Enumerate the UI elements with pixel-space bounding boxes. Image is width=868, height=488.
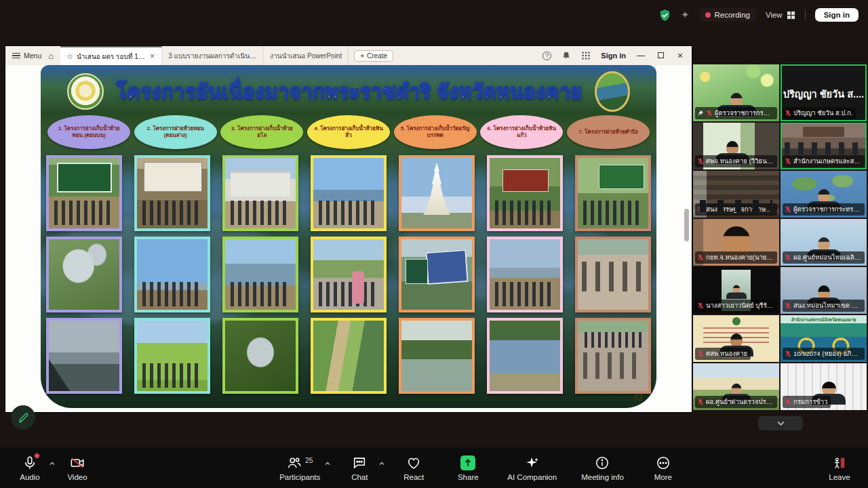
participant-tile-8[interactable]: ผอ.ศูนย์หม่อนไหมเฉลิมพ... — [781, 219, 867, 266]
share-screen-icon — [460, 455, 475, 470]
participant-name-tag: สนง.เศรษฐกิจการเกษตรที่... — [695, 203, 777, 216]
share-label: Share — [458, 473, 479, 481]
chat-options-caret[interactable] — [378, 458, 385, 464]
close-button[interactable]: × — [675, 50, 685, 61]
notifications-bell-icon[interactable] — [561, 51, 571, 60]
pdf-sign-in-button[interactable]: Sign in — [601, 52, 626, 60]
participant-tile-7[interactable]: กยท.จ.หนองคาย(นายพูล... — [693, 219, 779, 266]
participant-tile-4[interactable]: สำนักงานเกษตรและสหกรณ์จั... — [781, 123, 867, 169]
slide-photo-r3c5 — [399, 318, 475, 394]
chat-icon — [352, 455, 367, 470]
zoom-sign-in-button[interactable]: Sign in — [815, 8, 859, 22]
toolbar-audio-button[interactable]: Audio — [15, 455, 45, 481]
minimize-button[interactable]: — — [636, 51, 646, 60]
help-icon[interactable]: ? — [542, 52, 551, 60]
collapse-gallery-button[interactable] — [758, 416, 803, 430]
audio-options-caret[interactable] — [49, 458, 56, 464]
favorite-star-icon[interactable]: ☆ — [66, 52, 73, 61]
maximize-button[interactable] — [656, 51, 665, 60]
slide-photo-r1c4 — [311, 155, 387, 231]
toolbar-more-button[interactable]: More — [648, 455, 678, 481]
toolbar-share-button[interactable]: Share — [453, 455, 483, 481]
participant-name-tag: ผอ.ศูนย์ฯด่านตรวจประมง... — [695, 396, 777, 408]
participant-name-tag: นางสาวเยาวนิตย์ บุรีรักษา... — [695, 300, 777, 312]
zoom-meeting-screen: ✦ Recording View Sign in Menu ⌂ ☆นำเสนอ … — [0, 0, 868, 488]
slide-photo-r2c2 — [134, 237, 210, 312]
slide-photo-r1c3 — [222, 155, 298, 231]
toolbar-chat-button[interactable]: Chat — [344, 455, 374, 481]
tab-label: 3 แบบรายงานผลการดำเนินงานฯ.pdf — [168, 51, 257, 61]
mic-muted-icon — [697, 399, 704, 405]
audio-label: Audio — [20, 473, 39, 481]
participant-name-tag: ปริญญา ชัยวัน ส.ป.ก. — [783, 107, 856, 119]
participant-tile-1[interactable]: ผู้ตรวจราชการกรม ส.... — [693, 64, 779, 121]
participant-name-tag: สำนักงานเกษตรและสหกรณ์จั... — [783, 155, 865, 167]
participant-tile-2[interactable]: ปริญญา ชัยวัน ส....ปริญญา ชัยวัน ส.ป.ก. — [781, 64, 867, 121]
participant-name-tag: 10/92074 (หยอง) อภิรัก... — [783, 348, 865, 360]
security-shield-icon[interactable] — [658, 9, 671, 22]
annotate-button[interactable] — [11, 405, 35, 430]
apps-grid-icon[interactable] — [581, 51, 591, 60]
slide-photo-r1c5 — [399, 155, 475, 231]
tab-close-icon[interactable]: × — [149, 52, 155, 61]
toolbar-leave-button[interactable]: Leave — [825, 455, 854, 481]
ai-sparkle-icon[interactable]: ✦ — [681, 9, 690, 21]
toolbar-video-button[interactable]: Video — [62, 455, 92, 481]
meeting-toolbar: AudioVideo 25ParticipantsChatReactShareA… — [0, 447, 868, 488]
react-heart-icon — [406, 455, 421, 470]
participant-tile-9[interactable]: นางสาวเยาวนิตย์ บุรีรักษา... — [693, 267, 779, 314]
category-oval-1: 1. โครงการอ่างเก็บน้ำห้วยทอน (ตอนบน) — [47, 115, 130, 149]
pdf-tab-2[interactable]: 3 แบบรายงานผลการดำเนินงานฯ.pdf — [162, 46, 264, 65]
pdf-menu-button[interactable]: Menu — [12, 52, 41, 60]
project-category-row: 1. โครงการอ่างเก็บน้ำห้วยทอน (ตอนบน)2. โ… — [43, 115, 654, 152]
slide-photo-r1c1 — [46, 155, 122, 231]
toolbar-ai-button[interactable]: AI Companion — [507, 455, 557, 481]
toolbar-react-button[interactable]: React — [399, 455, 429, 481]
chat-label: Chat — [351, 473, 368, 481]
more-icon — [656, 455, 671, 470]
participant-tile-5[interactable]: สนง.เศรษฐกิจการเกษตรที่... — [693, 171, 779, 218]
home-icon[interactable]: ⌂ — [48, 51, 54, 61]
participant-tile-14[interactable]: กรมการข้าว — [781, 363, 867, 410]
toolbar-info-button[interactable]: Meeting info — [581, 455, 624, 481]
participant-name-tag: ศสพ.หนองคาย — [695, 348, 751, 360]
mic-muted-icon — [785, 110, 791, 117]
participants-options-caret[interactable] — [324, 458, 331, 464]
slide-photo-r2c6 — [487, 237, 563, 312]
pdf-tab-3[interactable]: งานนำเสนอ PowerPoint — [264, 46, 349, 65]
recording-dot-icon — [705, 12, 711, 18]
gallery-view-icon — [787, 11, 795, 20]
mic-muted-icon — [785, 254, 791, 261]
mic-muted-icon — [785, 350, 791, 357]
mic-muted-icon — [785, 158, 791, 165]
mic-muted-icon — [697, 302, 704, 309]
participant-tile-6[interactable]: ผู้ตรวจราชการกระทรวงเกษต... — [781, 171, 867, 218]
participant-tile-10[interactable]: สนง.หม่อนไหมฯเขต 2_ศิว... — [781, 267, 867, 314]
participant-tile-13[interactable]: ผอ.ศูนย์ฯด่านตรวจประมง... — [693, 363, 779, 410]
participant-tile-12[interactable]: สำนักงานสหกรณ์จังหวัดหนองคาย10/92074 (หย… — [781, 315, 867, 362]
mic-muted-icon — [785, 206, 791, 213]
slide-oval-photo — [595, 71, 630, 112]
recording-indicator[interactable]: Recording — [699, 8, 756, 22]
pdf-scrollbar-thumb[interactable] — [684, 209, 689, 241]
recording-label: Recording — [715, 11, 750, 19]
view-button[interactable]: View — [766, 11, 795, 20]
slide-photo-r3c1 — [46, 318, 122, 394]
menu-label: Menu — [24, 52, 41, 60]
participant-tile-3[interactable]: ศพจ.หนองคาย (วิวิธนนที) — [693, 123, 779, 169]
mic-muted-icon — [706, 110, 713, 117]
slide-photo-r3c2 — [134, 318, 210, 394]
slide-photo-r2c3 — [222, 237, 298, 312]
slide-photo-grid — [46, 155, 651, 394]
toolbar-participants-button[interactable]: 25Participants — [279, 455, 320, 481]
slide-photo-r1c6 — [487, 155, 563, 231]
participants-label: Participants — [279, 473, 320, 481]
create-button[interactable]: + Create — [354, 50, 393, 62]
pencil-icon — [18, 412, 29, 424]
hamburger-icon — [12, 52, 20, 60]
pdf-tab-1[interactable]: ☆นำเสนอ ผตร รอบที่ 1 V2.pdf× — [60, 46, 162, 65]
participant-tile-11[interactable]: ศสพ.หนองคาย — [693, 315, 779, 362]
presentation-slide: โครงการอันเนื่องมาจากพระราชดำริ จังหวัดห… — [41, 65, 656, 408]
participants-count: 25 — [305, 456, 313, 464]
mic-muted-icon — [697, 206, 704, 213]
